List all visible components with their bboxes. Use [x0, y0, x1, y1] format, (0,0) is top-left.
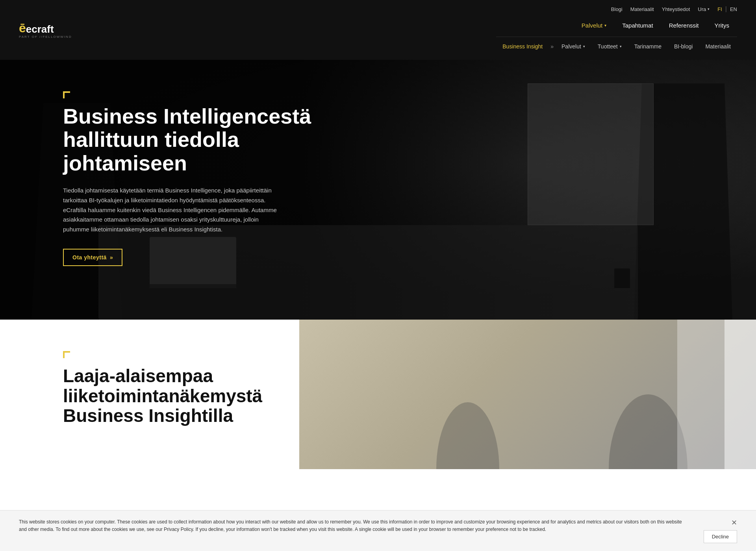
- sec-tuotteet-chevron-icon: ▾: [620, 44, 622, 48]
- window-light-bright-sim: [724, 320, 756, 469]
- logo-name: ecraft: [26, 24, 54, 34]
- whiteboard-sim: [528, 83, 654, 225]
- logo[interactable]: ē ecraft PART OF //FELLOWWIND: [19, 22, 72, 39]
- cookie-actions: ✕ Decline: [704, 518, 737, 543]
- sec-nav-tarinamme[interactable]: Tarinamme: [628, 39, 668, 54]
- nav-container: ē ecraft PART OF //FELLOWWIND Blogi Mate…: [0, 0, 756, 60]
- section2: Laaja-alaisempaa liiketoimintanäkemystä …: [0, 320, 756, 469]
- header-row: ē ecraft PART OF //FELLOWWIND Blogi Mate…: [0, 0, 756, 60]
- sec-nav-bi-blogi[interactable]: BI-blogi: [668, 39, 699, 54]
- hero-cta-label: Ota yhteyttä: [72, 254, 107, 261]
- breadcrumb-separator: »: [549, 43, 555, 50]
- secondary-nav: Business Insight » Palvelut ▾ Tuotteet ▾…: [496, 37, 737, 54]
- section2-image: [299, 320, 756, 469]
- section2-content: Laaja-alaisempaa liiketoimintanäkemystä …: [0, 320, 299, 469]
- laptop-base: [150, 284, 236, 288]
- nav-yhteystiedot[interactable]: Yhteystiedot: [662, 6, 690, 12]
- nav-right: Blogi Materiaalit Yhteystiedot Ura ▾ FI …: [496, 6, 737, 54]
- cookie-decline-button[interactable]: Decline: [704, 530, 737, 543]
- language-switcher: FI | EN: [717, 6, 737, 13]
- nav-tapahtumat[interactable]: Tapahtumat: [614, 16, 661, 35]
- hero-corner-accent-icon: [63, 91, 70, 98]
- palvelut-chevron-icon: ▾: [604, 23, 606, 28]
- hero-cta-button[interactable]: Ota yhteyttä »: [63, 249, 122, 266]
- section2-title: Laaja-alaisempaa liiketoimintanäkemystä …: [63, 366, 236, 426]
- nav-ura[interactable]: Ura ▾: [698, 6, 710, 12]
- top-utility-nav: Blogi Materiaalit Yhteystiedot Ura ▾ FI …: [611, 6, 737, 13]
- hero-description: Tiedolla johtamisesta käytetään termiä B…: [63, 186, 284, 235]
- nav-materiaalit-top[interactable]: Materiaalit: [630, 6, 654, 12]
- sec-nav-tuotteet[interactable]: Tuotteet ▾: [591, 39, 628, 54]
- hero-cta-arrow-icon: »: [110, 254, 113, 261]
- cookie-close-button[interactable]: ✕: [731, 518, 737, 527]
- lang-en-button[interactable]: EN: [730, 6, 737, 12]
- section2-corner-accent-icon: [63, 351, 70, 358]
- hero-title: Business Intelligencestä hallittuun tied…: [63, 105, 331, 175]
- hero-section: Business Intelligencestä hallittuun tied…: [0, 60, 756, 320]
- nav-palvelut[interactable]: Palvelut ▾: [574, 16, 614, 35]
- nav-blogi[interactable]: Blogi: [611, 6, 623, 12]
- hero-content: Business Intelligencestä hallittuun tied…: [63, 91, 331, 266]
- nav-yritys[interactable]: Yritys: [707, 16, 737, 35]
- nav-referenssit[interactable]: Referenssit: [661, 16, 707, 35]
- cookie-banner: This website stores cookies on your comp…: [0, 510, 756, 551]
- ura-chevron-icon: ▾: [708, 7, 710, 11]
- breadcrumb-business-insight[interactable]: Business Insight: [496, 39, 549, 54]
- sec-palvelut-chevron-icon: ▾: [583, 44, 585, 48]
- cup-sim: [614, 268, 630, 288]
- sec-nav-materiaalit[interactable]: Materiaalit: [699, 39, 737, 54]
- main-nav: Palvelut ▾ Tapahtumat Referenssit Yritys: [574, 16, 737, 35]
- logo-sub: PART OF //FELLOWWIND: [19, 35, 72, 39]
- lang-fi-button[interactable]: FI: [717, 6, 722, 12]
- sec-nav-palvelut[interactable]: Palvelut ▾: [555, 39, 591, 54]
- cookie-text: This website stores cookies on your comp…: [19, 518, 688, 533]
